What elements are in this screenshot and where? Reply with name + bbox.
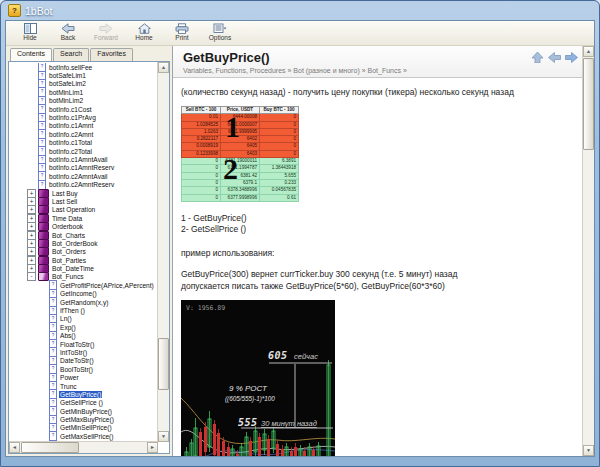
tree-item[interactable]: ?botInfo.c1AmntReserv <box>9 164 158 172</box>
tree-item-label[interactable]: GetProfitPrice(APrice,APercent) <box>59 282 155 289</box>
tree-item-label[interactable]: IfThen () <box>59 307 86 314</box>
tree-item[interactable]: ?Ln() <box>9 315 158 323</box>
content-scroll-up-button[interactable]: ▲ <box>583 46 594 57</box>
tree-item[interactable]: -Bot_Funcs <box>9 273 158 281</box>
tab-favorites[interactable]: Favorites <box>90 48 133 61</box>
tree-item[interactable]: ?GetIncome() <box>9 290 158 298</box>
tree-item-label[interactable]: Bot_Charts <box>51 232 86 239</box>
tree-item-label[interactable]: Bot_OrderBook <box>51 240 98 247</box>
tree-item-label[interactable]: botMinLim1 <box>48 89 84 96</box>
tree-item[interactable]: ?botInfo.c2Amnt <box>9 130 158 138</box>
tree-item-label-selected[interactable]: GetBuyPrice() <box>59 391 102 398</box>
tree-item-label[interactable]: Last Sell <box>51 198 78 205</box>
content-scroll-down-button[interactable]: ▼ <box>583 445 594 456</box>
tree-item-label[interactable]: BoolToStr() <box>59 366 94 373</box>
tree-item-label[interactable]: Orderbook <box>51 223 84 230</box>
tree-item[interactable]: ?GetSellPrice () <box>9 399 158 407</box>
tree-item-label[interactable]: botSafeLim2 <box>48 80 87 87</box>
tree-item-label[interactable]: botInfo.c2AmntAvail <box>48 173 109 180</box>
breadcrumb[interactable]: Variables, Functions, Procedures » Bot (… <box>183 67 584 74</box>
tree-item-label[interactable]: botInfo.c2Amnt <box>48 131 94 138</box>
tree-item-label[interactable]: IntToStr() <box>59 349 88 356</box>
home-button[interactable]: Home <box>128 22 160 42</box>
options-button[interactable]: Options <box>204 22 236 42</box>
back-button[interactable]: Back <box>52 22 84 42</box>
tree-item-label[interactable]: Last Buy <box>51 190 79 197</box>
tree-item-label[interactable]: botInfo.c1Total <box>48 139 93 146</box>
scroll-left-button[interactable]: ◄ <box>9 442 20 453</box>
tree-item-label[interactable]: GetRandom(x,y) <box>59 299 109 306</box>
tree-item[interactable]: ?Trunc <box>9 382 158 390</box>
tree-item[interactable]: ?BoolToStr() <box>9 365 158 373</box>
tree-item[interactable]: ?GetBuyPrice() <box>9 390 158 398</box>
tree-item-label[interactable]: Trunc <box>59 383 78 390</box>
tree-item-label[interactable]: botInfo.c2AmntReserv <box>48 181 115 188</box>
tree-item-label[interactable]: Exp() <box>59 324 77 331</box>
tree-item-label[interactable]: FloatToStr() <box>59 341 95 348</box>
tree-item[interactable]: ?botInfo.c2AmntAvail <box>9 172 158 180</box>
tree-item[interactable]: ?botSafeLim1 <box>9 71 158 79</box>
tree-item-label[interactable]: Power <box>59 374 80 381</box>
tree-item-label[interactable]: GetMinBuyPrice() <box>59 408 113 415</box>
content-scrollbar[interactable]: ▲ ▼ <box>582 46 594 456</box>
tab-contents[interactable]: Contents <box>10 48 52 61</box>
tree-item[interactable]: ?botInfo.c1Amnt <box>9 122 158 130</box>
tree-item-label[interactable]: Bot_Parties <box>51 257 87 264</box>
tree-item-label[interactable]: Last Operation <box>51 206 96 213</box>
tree-item[interactable]: ?GetMinSellPrice() <box>9 424 158 432</box>
tree-item[interactable]: ?Abs() <box>9 332 158 340</box>
title-bar[interactable]: ? 1bBot <box>1 1 599 20</box>
tree-item[interactable]: ?botInfo.c1Cost <box>9 105 158 113</box>
tree-item-label[interactable]: GetMaxBuyPrice() <box>59 416 115 423</box>
tree-item[interactable]: ?GetMinBuyPrice() <box>9 407 158 415</box>
scroll-right-button[interactable]: ► <box>147 442 158 453</box>
tree-vertical-scrollbar[interactable]: ▲ ▼ <box>157 62 169 442</box>
tree-item[interactable]: ?botSafeLim2 <box>9 80 158 88</box>
nav-previous-button[interactable] <box>548 52 561 63</box>
tree-item[interactable]: ?botInfo.c1PrAvg <box>9 113 158 121</box>
tree-item[interactable]: ?botInfo.c1AmntAvail <box>9 155 158 163</box>
scroll-up-button[interactable]: ▲ <box>158 62 169 73</box>
tree-hscroll-thumb[interactable] <box>21 442 79 453</box>
tree-item-label[interactable]: GetSellPrice () <box>59 399 104 406</box>
tab-search[interactable]: Search <box>53 48 89 61</box>
tree-item-label[interactable]: GetIncome() <box>59 290 98 297</box>
tree-item[interactable]: ?botMinLim2 <box>9 97 158 105</box>
tree-item[interactable]: ?GetProfitPrice(APrice,APercent) <box>9 281 158 289</box>
tree-item[interactable]: ?botInfo.c1Total <box>9 139 158 147</box>
print-button[interactable]: Print <box>166 22 198 42</box>
scroll-down-button[interactable]: ▼ <box>158 431 169 442</box>
tree-item[interactable]: ?botInfo.sellFee <box>9 63 158 71</box>
nav-next-button[interactable] <box>565 52 578 63</box>
tree-item-label[interactable]: botMinLim2 <box>48 97 84 104</box>
nav-top-button[interactable] <box>531 52 544 63</box>
tree-item-label[interactable]: Time Data <box>51 215 83 222</box>
tree-item-label[interactable]: botInfo.c1Amnt <box>48 122 94 129</box>
tree-item[interactable]: ?GetRandom(x,y) <box>9 298 158 306</box>
tree-horizontal-scrollbar[interactable]: ◄ ► <box>9 441 158 453</box>
tree-item[interactable]: ?botInfo.c2Total <box>9 147 158 155</box>
tree-item[interactable]: ?FloatToStr() <box>9 340 158 348</box>
tree-item[interactable]: ?IntToStr() <box>9 348 158 356</box>
tree-item-label[interactable]: DateToStr() <box>59 357 95 364</box>
tree-item-label[interactable]: GetMaxSellPrice() <box>59 433 115 440</box>
tree-item[interactable]: ?GetMaxBuyPrice() <box>9 415 158 423</box>
tree-item-label[interactable]: Abs() <box>59 332 77 339</box>
tree-item[interactable]: ?DateToStr() <box>9 357 158 365</box>
hide-button[interactable]: Hide <box>14 22 46 42</box>
tree-item[interactable]: ?GetMaxSellPrice() <box>9 432 158 440</box>
tree-item[interactable]: ?botMinLim1 <box>9 88 158 96</box>
tree-item[interactable]: ?Exp() <box>9 323 158 331</box>
tree-item[interactable]: ?IfThen () <box>9 306 158 314</box>
tree-item-label[interactable]: botInfo.c1AmntAvail <box>48 156 109 163</box>
content-scroll-thumb[interactable] <box>583 58 594 150</box>
tree-item-label[interactable]: botSafeLim1 <box>48 72 87 79</box>
tree-item-label[interactable]: GetMinSellPrice() <box>59 424 113 431</box>
tree-item[interactable]: ?Power <box>9 373 158 381</box>
tree-vscroll-thumb[interactable] <box>158 338 169 390</box>
tree-item-label[interactable]: botInfo.c1Cost <box>48 106 93 113</box>
tree-item-label[interactable]: botInfo.c1AmntReserv <box>48 164 115 171</box>
tree-item-label[interactable]: Bot_Orders <box>51 248 87 255</box>
collapse-icon[interactable]: - <box>27 272 36 281</box>
tree-item-label[interactable]: Ln() <box>59 315 73 322</box>
